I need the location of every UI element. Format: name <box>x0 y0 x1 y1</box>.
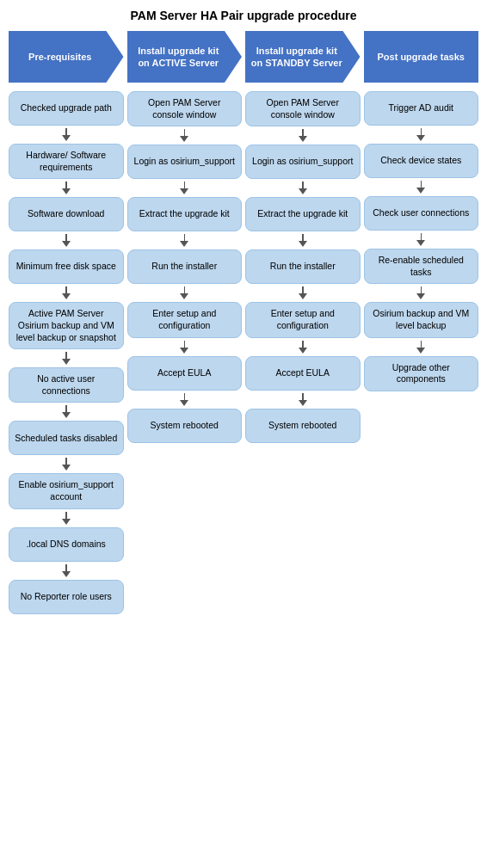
step-box-pre-req-2: Software download <box>9 197 124 231</box>
col-header-active-server: Install upgrade kit on ACTIVE Server <box>127 31 243 83</box>
step-box-standby-server-2: Extract the upgrade kit <box>245 197 361 231</box>
step-box-active-server-1: Login as osirium_support <box>127 145 243 179</box>
arrow-down-post-upgrade-0 <box>416 128 425 141</box>
page-title: PAM Server HA Pair upgrade procedure <box>9 9 478 22</box>
arrow-down-post-upgrade-1 <box>416 181 425 194</box>
arrow-down-active-server-3 <box>180 286 188 299</box>
column-active-server: Install upgrade kit on ACTIVE ServerOpen… <box>127 31 243 614</box>
step-box-pre-req-0: Checked upgrade path <box>9 91 124 126</box>
arrow-down-standby-server-4 <box>299 341 307 354</box>
col-header-standby-server: Install upgrade kit on STANDBY Server <box>245 31 361 83</box>
arrow-down-active-server-4 <box>180 341 188 354</box>
step-box-pre-req-4: Active PAM Server Osirium backup and VM … <box>9 302 124 349</box>
step-box-standby-server-3: Run the installer <box>245 249 361 284</box>
step-box-active-server-5: Accept EULA <box>127 356 243 391</box>
arrow-down-pre-req-7 <box>62 512 71 525</box>
step-box-pre-req-5: No active user connections <box>9 367 124 403</box>
arrow-down-pre-req-8 <box>62 564 71 577</box>
arrow-down-active-server-0 <box>180 129 188 142</box>
arrow-down-standby-server-2 <box>299 234 307 247</box>
arrow-down-post-upgrade-4 <box>416 341 425 354</box>
columns-container: Pre-requisitesChecked upgrade pathHardwa… <box>9 31 478 614</box>
col-header-text-post-upgrade: Post upgrade tasks <box>378 51 465 63</box>
step-box-standby-server-4: Enter setup and configuration <box>245 302 361 337</box>
step-box-post-upgrade-5: Upgrade other components <box>364 356 479 391</box>
step-box-pre-req-9: No Reporter role users <box>9 580 124 614</box>
step-box-standby-server-5: Accept EULA <box>245 356 361 391</box>
arrow-down-pre-req-4 <box>62 352 71 365</box>
step-box-pre-req-6: Scheduled tasks disabled <box>9 421 124 455</box>
step-box-pre-req-7: Enable osirium_support account <box>9 473 124 508</box>
arrow-down-active-server-2 <box>180 234 188 247</box>
step-box-standby-server-1: Login as osirium_support <box>245 145 361 179</box>
step-box-active-server-2: Extract the upgrade kit <box>127 197 243 231</box>
step-box-pre-req-1: Hardware/ Software requirements <box>9 144 124 179</box>
arrow-down-pre-req-2 <box>62 234 71 247</box>
col-header-text-active-server: Install upgrade kit on ACTIVE Server <box>133 45 225 70</box>
step-box-post-upgrade-2: Check user connections <box>364 196 479 231</box>
col-header-text-standby-server: Install upgrade kit on STANDBY Server <box>250 45 343 70</box>
step-box-active-server-4: Enter setup and configuration <box>127 302 243 337</box>
col-header-text-pre-req: Pre-requisites <box>28 51 91 63</box>
arrow-down-pre-req-1 <box>62 182 71 194</box>
arrow-down-post-upgrade-2 <box>416 233 425 246</box>
column-post-upgrade: Post upgrade tasksTrigger AD auditCheck … <box>364 31 479 614</box>
arrow-down-pre-req-5 <box>62 405 71 418</box>
step-box-active-server-0: Open PAM Server console window <box>127 91 243 126</box>
arrow-down-pre-req-0 <box>62 128 71 141</box>
column-standby-server: Install upgrade kit on STANDBY ServerOpe… <box>245 31 361 614</box>
step-box-post-upgrade-1: Check device states <box>364 144 479 178</box>
step-box-pre-req-8: .local DNS domains <box>9 527 124 562</box>
arrow-down-active-server-1 <box>180 182 188 194</box>
arrow-down-post-upgrade-3 <box>416 286 425 299</box>
step-box-standby-server-6: System rebooted <box>245 409 361 443</box>
step-box-post-upgrade-3: Re-enable scheduled tasks <box>364 249 479 284</box>
col-header-post-upgrade: Post upgrade tasks <box>364 31 479 83</box>
arrow-down-pre-req-3 <box>62 286 71 299</box>
step-box-active-server-6: System rebooted <box>127 409 243 443</box>
col-header-pre-req: Pre-requisites <box>9 31 124 83</box>
step-box-active-server-3: Run the installer <box>127 249 243 284</box>
arrow-down-standby-server-3 <box>299 286 307 299</box>
arrow-down-standby-server-1 <box>299 182 307 194</box>
step-box-standby-server-0: Open PAM Server console window <box>245 91 361 126</box>
step-box-post-upgrade-0: Trigger AD audit <box>364 91 479 126</box>
arrow-down-standby-server-0 <box>299 129 307 142</box>
arrow-down-standby-server-5 <box>299 393 307 406</box>
step-box-pre-req-3: Minimum free disk space <box>9 249 124 284</box>
column-pre-req: Pre-requisitesChecked upgrade pathHardwa… <box>9 31 124 614</box>
arrow-down-pre-req-6 <box>62 458 71 471</box>
step-box-post-upgrade-4: Osirium backup and VM level backup <box>364 302 479 337</box>
arrow-down-active-server-5 <box>180 393 188 406</box>
